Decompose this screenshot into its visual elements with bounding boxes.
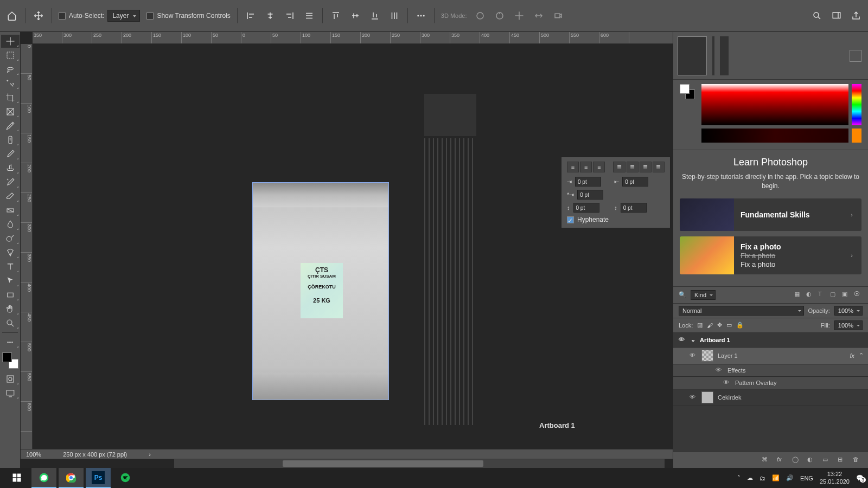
path-select-tool[interactable] <box>1 274 20 287</box>
doc-info[interactable]: 250 px x 400 px (72 ppi) <box>63 451 127 458</box>
filter-type-icon[interactable]: T <box>818 291 827 299</box>
artboard-layer-name[interactable]: Artboard 1 <box>700 337 730 343</box>
artboard-label[interactable]: Artboard 1 <box>539 421 575 429</box>
color-value-slider[interactable] <box>701 129 848 143</box>
auto-select-checkbox[interactable] <box>59 12 66 20</box>
photoshop-app[interactable]: Ps <box>86 468 111 488</box>
share-icon[interactable] <box>850 9 863 22</box>
nav-thumb-1[interactable] <box>424 94 476 136</box>
rectangle-tool[interactable] <box>1 288 20 301</box>
3d-pan-icon[interactable] <box>513 9 526 22</box>
screen-mode-tool[interactable] <box>1 387 20 400</box>
distribute-v-icon[interactable] <box>388 9 401 22</box>
layer-item-layer1[interactable]: 👁 Layer 1 fx ⌃ <box>673 348 868 364</box>
color-gradient-picker[interactable] <box>701 84 848 125</box>
3d-orbit-icon[interactable] <box>474 9 487 22</box>
adjustment-icon[interactable]: ◐ <box>807 456 816 465</box>
quick-select-tool[interactable] <box>1 77 20 90</box>
brush-tool[interactable] <box>1 147 20 160</box>
fx-indicator[interactable]: fx <box>850 352 854 359</box>
layer-dropdown[interactable]: Layer <box>107 10 140 22</box>
new-layer-icon[interactable]: ⊞ <box>838 456 846 465</box>
eye-icon[interactable]: 👁 <box>690 352 697 359</box>
move-tool-icon[interactable] <box>32 9 45 22</box>
lock-pixels-icon[interactable]: 🖌 <box>707 322 713 329</box>
lock-all-icon[interactable]: 🔒 <box>736 322 744 329</box>
filter-toggle-icon[interactable]: ⦿ <box>854 291 863 299</box>
spotify-app[interactable] <box>113 468 138 488</box>
hue-slider[interactable] <box>852 84 861 125</box>
hyphenate-checkbox[interactable]: ✓ <box>567 216 574 223</box>
artboard[interactable]: ÇTS ÇITIR SUSAM ÇÖREKOTU 25 KG <box>252 182 389 400</box>
ruler-horizontal[interactable]: 350 300 250 200 150 100 50 0 50 100 150 … <box>33 32 673 44</box>
tray-expand-icon[interactable]: ˄ <box>737 474 741 481</box>
link-icon[interactable]: ⌘ <box>762 456 770 465</box>
eye-icon[interactable]: 👁 <box>716 367 723 374</box>
marquee-tool[interactable] <box>1 49 20 62</box>
nav-preview-1[interactable] <box>678 36 707 75</box>
eraser-tool[interactable] <box>1 190 20 203</box>
justify-right-btn[interactable]: ≣ <box>640 162 652 172</box>
eye-icon[interactable]: 👁 <box>723 379 731 387</box>
opacity-input[interactable]: 100% <box>834 306 863 316</box>
frame-tool[interactable] <box>1 105 20 118</box>
search-icon[interactable]: 🔍 <box>679 291 686 298</box>
more-icon[interactable] <box>414 9 427 22</box>
notification-center[interactable]: 💬 3 <box>856 474 864 481</box>
whatsapp-app[interactable] <box>31 468 56 488</box>
history-brush-tool[interactable] <box>1 176 20 189</box>
align-left-icon[interactable] <box>244 9 257 22</box>
home-icon[interactable] <box>5 9 18 22</box>
effects-row[interactable]: 👁 Effects <box>673 364 868 377</box>
onedrive-icon[interactable]: ☁ <box>747 474 753 481</box>
layer-item-cekirdek[interactable]: 👁 Cekirdek <box>673 389 868 406</box>
indent-right-input[interactable] <box>622 177 648 187</box>
collapse-icon[interactable]: ⌄ <box>691 336 695 343</box>
ruler-vertical[interactable]: 0 50 100 150 200 250 300 350 400 450 500… <box>21 44 33 459</box>
align-middle-v-icon[interactable] <box>349 9 362 22</box>
paragraph-panel[interactable]: ≡ ≡ ≡ ≣ ≣ ≣ ≣ ⇥ *⇥ ↕ ⇤ <box>561 157 671 228</box>
battery-icon[interactable]: 🗂 <box>760 475 765 481</box>
nav-thumb-lines[interactable] <box>424 138 476 425</box>
hyphenate-group[interactable]: ✓ Hyphenate <box>567 216 665 223</box>
effect-pattern-overlay[interactable]: 👁 Pattern Overlay <box>673 377 868 389</box>
mask-icon[interactable]: ◯ <box>792 456 801 465</box>
space-after-input[interactable] <box>621 203 647 213</box>
quick-mask-tool[interactable] <box>1 373 20 386</box>
pen-tool[interactable] <box>1 246 20 259</box>
chrome-app[interactable] <box>59 468 84 488</box>
fx-collapse-icon[interactable]: ⌃ <box>859 352 864 359</box>
volume-icon[interactable]: 🔊 <box>786 474 794 481</box>
hand-tool[interactable] <box>1 303 20 316</box>
justify-center-btn[interactable]: ≣ <box>627 162 639 172</box>
crop-tool[interactable] <box>1 91 20 104</box>
show-transform-checkbox[interactable] <box>146 12 154 20</box>
filter-adjust-icon[interactable]: ◐ <box>806 291 815 299</box>
lasso-tool[interactable] <box>1 63 20 76</box>
artboard-row[interactable]: 👁 ⌄ Artboard 1 <box>673 333 868 348</box>
align-center-btn[interactable]: ≡ <box>580 162 592 172</box>
lock-position-icon[interactable]: ✥ <box>717 322 722 329</box>
lock-transparency-icon[interactable]: ▨ <box>697 322 703 329</box>
healing-brush-tool[interactable] <box>1 133 20 146</box>
align-center-h-icon[interactable] <box>264 9 277 22</box>
eyedropper-tool[interactable] <box>1 119 20 132</box>
learn-card-fundamentals[interactable]: Fundamental Skills › <box>680 198 861 231</box>
layer-name[interactable]: Cekirdek <box>718 394 741 401</box>
filter-smart-icon[interactable]: ▣ <box>842 291 851 299</box>
3d-roll-icon[interactable] <box>493 9 506 22</box>
color-panel-swatch[interactable] <box>680 84 697 145</box>
align-bottom-icon[interactable] <box>368 9 381 22</box>
layer-filter-dropdown[interactable]: Kind <box>691 290 716 300</box>
align-left-btn[interactable]: ≡ <box>567 162 579 172</box>
filter-pixel-icon[interactable]: ▦ <box>794 291 803 299</box>
delete-icon[interactable]: 🗑 <box>853 456 861 465</box>
eye-icon[interactable]: 👁 <box>690 394 697 401</box>
dodge-tool[interactable] <box>1 232 20 245</box>
learn-card-fixphoto[interactable]: Fix a photo Fix a photo Fix a photo › <box>680 236 861 274</box>
distribute-h-icon[interactable] <box>303 9 316 22</box>
group-icon[interactable]: ▭ <box>822 456 831 465</box>
3d-camera-icon[interactable] <box>552 9 565 22</box>
3d-slide-icon[interactable] <box>532 9 545 22</box>
eye-icon[interactable]: 👁 <box>679 336 686 344</box>
